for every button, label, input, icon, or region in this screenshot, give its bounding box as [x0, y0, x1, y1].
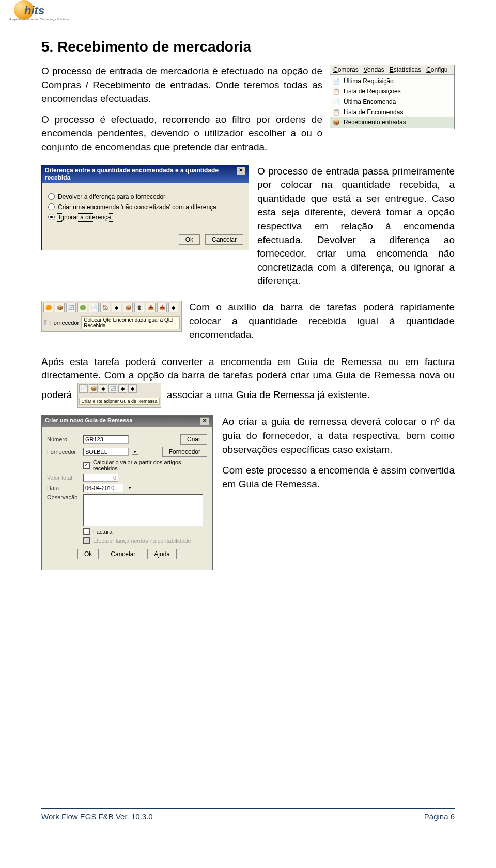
numero-input[interactable]: [83, 435, 129, 444]
menu-bar: Compras Vendas Estatísticas Configu: [330, 65, 454, 75]
observacao-label: Observação: [47, 494, 80, 500]
toolbar-screenshot-2: 📄 📦 ◆ 🔄 ◆ ◆ Criar e Relacionar Guia de R…: [78, 383, 161, 408]
paragraph-1: O processo de entrada de mercadoria é ef…: [41, 65, 322, 106]
close-icon[interactable]: ✕: [237, 167, 245, 175]
menu-item-label: Lista de Encomendas: [344, 108, 403, 116]
toolbar-tooltip: Criar e Relacionar Guia de Remessa: [79, 398, 159, 405]
paragraph-5: Após esta tarefa poderá converter a enco…: [41, 355, 455, 408]
radio-icon: [48, 214, 55, 220]
toolbar-icon[interactable]: ◆: [99, 384, 107, 393]
checkbox-icon[interactable]: [83, 528, 90, 535]
help-button[interactable]: Ajuda: [147, 549, 177, 559]
toolbar-icon[interactable]: 🟠: [43, 303, 53, 312]
menu-tab[interactable]: Configu: [426, 66, 447, 73]
radio-icon: [48, 203, 55, 210]
calcular-label: Calcular o valor a partir dos artigos re…: [93, 459, 207, 471]
toolbar-icon[interactable]: 📄: [79, 384, 88, 393]
toolbar-fornecedor-label: Fornecedor: [50, 320, 79, 326]
menu-item-label: Última Encomenda: [344, 98, 396, 105]
radio-option[interactable]: Devolver a diferença para o fornecedor: [48, 193, 242, 200]
fornecedor-label: Fornecedor: [47, 449, 80, 455]
toolbar-icon[interactable]: 📥: [146, 303, 156, 312]
fornecedor-input[interactable]: [83, 448, 129, 456]
toolbar-screenshot-1: 🟠 📦 🔄 🟢 📄 🏠 ◆ 📦 🗑 📥 📤 ◆ ico Fornecedor C…: [41, 301, 182, 332]
toolbar-icon[interactable]: 📤: [157, 303, 167, 312]
observacao-textarea[interactable]: [83, 494, 203, 526]
assoc-label: Efectuar lançamentos na contabilidade: [93, 538, 191, 544]
paragraph-5b: associar a uma Guia de Remessa já existe…: [167, 389, 370, 400]
toolbar-icon[interactable]: ◆: [112, 303, 121, 312]
menu-item-selected[interactable]: 📦 Recebimento entradas: [330, 117, 454, 128]
logo-tagline: Hospitality Information Technology Solut…: [9, 18, 70, 21]
list-icon: 📋: [332, 108, 340, 116]
toolbar-icon[interactable]: 🔄: [109, 384, 117, 393]
criar-button[interactable]: Criar: [180, 434, 207, 445]
valor-label: Valor total: [47, 475, 80, 481]
menu-item-label: Última Requisição: [344, 77, 394, 85]
dialog-guia-remessa: Criar um novo Guia de Remessa ✕ Número C…: [41, 415, 213, 570]
toolbar-icon[interactable]: ◆: [168, 303, 178, 312]
paragraph-4: Com o auxílio da barra de tarefas poderá…: [189, 301, 455, 342]
dialog-title: Criar um novo Guia de Remessa: [45, 417, 132, 425]
logo: hits Hospitality Information Technology …: [8, 0, 49, 28]
toolbar-icon[interactable]: ◆: [118, 384, 127, 393]
toolbar-icon[interactable]: 🏠: [100, 303, 110, 312]
factura-label: Factura: [93, 529, 112, 535]
menu-item[interactable]: 📋 Lista de Requisições: [330, 86, 454, 97]
valor-input: [83, 474, 118, 482]
ok-button[interactable]: Ok: [78, 549, 99, 559]
toolbar-icons-row: 🟠 📦 🔄 🟢 📄 🏠 ◆ 📦 🗑 📥 📤 ◆: [42, 301, 181, 314]
data-label: Data: [47, 485, 80, 491]
menu-tab[interactable]: Compras: [333, 66, 359, 73]
menu-item[interactable]: 📄 Última Encomenda: [330, 97, 454, 107]
menu-tab[interactable]: Estatísticas: [390, 66, 421, 73]
paragraph-2: O processo é efectuado, recorrendo ao fi…: [41, 113, 322, 154]
compras-menu-screenshot: Compras Vendas Estatísticas Configu 📄 Úl…: [330, 65, 455, 129]
footer-right: Página 6: [424, 812, 455, 821]
menu-item-label: Lista de Requisições: [344, 88, 401, 95]
menu-tab[interactable]: Vendas: [364, 66, 384, 73]
paragraph-7: Com este processo a encomenda é assim co…: [222, 464, 455, 491]
document-icon: 📄: [332, 77, 340, 85]
toolbar-icon[interactable]: 🔄: [66, 303, 76, 312]
toolbar-icon[interactable]: ◆: [128, 384, 137, 393]
dialog-diferenca: Diferença entre a quantidade encomendada…: [41, 165, 249, 250]
close-icon[interactable]: ✕: [200, 417, 209, 425]
radio-icon: [48, 193, 55, 200]
radio-label: Ignorar a diferença: [58, 214, 112, 221]
toolbar-icon[interactable]: 📦: [55, 303, 65, 312]
checkbox-icon: [83, 537, 90, 544]
toolbar-icon[interactable]: 📦: [123, 303, 133, 312]
logo-text: hits: [24, 4, 44, 18]
data-input[interactable]: [83, 484, 123, 492]
section-title: 5. Recebimento de mercadoria: [41, 39, 455, 55]
toolbar-status-tooltip: Colocar Qtd Encomendada igual à Qtd Rece…: [81, 316, 180, 329]
numero-label: Número: [47, 436, 80, 443]
fornecedor-button[interactable]: Fornecedor: [162, 447, 207, 457]
page-footer: Work Flow EGS F&B Ver. 10.3.0 Página 6: [41, 808, 455, 821]
toolbar-icon[interactable]: 🟢: [78, 303, 87, 312]
radio-option[interactable]: Ignorar a diferença: [48, 214, 242, 221]
radio-option[interactable]: Criar uma encomenda 'não concretizada' c…: [48, 203, 242, 211]
toolbar-icon[interactable]: 🗑: [134, 303, 144, 312]
package-icon: 📦: [332, 118, 340, 127]
list-icon: 📋: [332, 87, 340, 96]
radio-label: Criar uma encomenda 'não concretizada' c…: [58, 203, 216, 211]
paragraph-3: O processo de entrada passa primeirament…: [257, 165, 455, 288]
footer-left: Work Flow EGS F&B Ver. 10.3.0: [41, 812, 153, 821]
dialog-title: Diferença entre a quantidade encomendada…: [45, 167, 237, 181]
cancel-button[interactable]: Cancelar: [104, 549, 142, 559]
menu-item[interactable]: 📄 Última Requisição: [330, 76, 454, 86]
paragraph-6: Ao criar a guia de remessa deverá coloca…: [222, 415, 455, 456]
checkbox-icon[interactable]: ✓: [83, 462, 90, 469]
dropdown-icon[interactable]: ▾: [132, 449, 138, 455]
menu-item[interactable]: 📋 Lista de Encomendas: [330, 107, 454, 117]
cancel-button[interactable]: Cancelar: [205, 234, 243, 245]
menu-item-label: Recebimento entradas: [344, 119, 406, 126]
side-label: ico: [43, 320, 48, 325]
dropdown-icon[interactable]: ▾: [127, 485, 133, 491]
radio-label: Devolver a diferença para o fornecedor: [58, 193, 165, 200]
toolbar-icon[interactable]: 📄: [89, 303, 99, 312]
ok-button[interactable]: Ok: [179, 234, 200, 245]
toolbar-icon[interactable]: 📦: [89, 384, 98, 393]
